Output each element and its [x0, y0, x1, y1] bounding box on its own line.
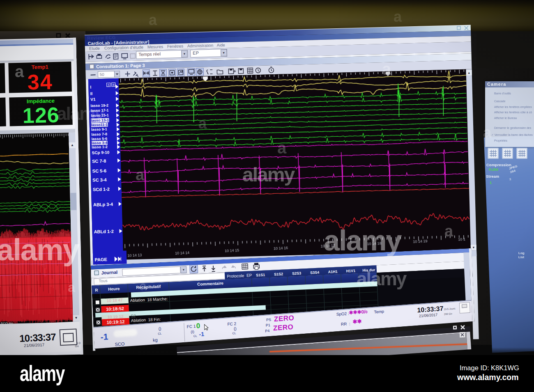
- svg-text:10 14 19: 10 14 19: [413, 239, 427, 244]
- svg-text:10 14 17: 10 14 17: [320, 243, 335, 248]
- svg-text:50: 50: [99, 72, 104, 77]
- svg-text:10 14 16: 10 14 16: [274, 246, 288, 251]
- svg-text:10 14 15: 10 14 15: [225, 248, 239, 253]
- svg-text:10 14 18: 10 14 18: [367, 241, 381, 246]
- svg-text:10 1: 10 1: [458, 237, 465, 242]
- svg-text:10 14 13: 10 14 13: [127, 253, 142, 258]
- svg-text:10 14 14: 10 14 14: [175, 250, 189, 255]
